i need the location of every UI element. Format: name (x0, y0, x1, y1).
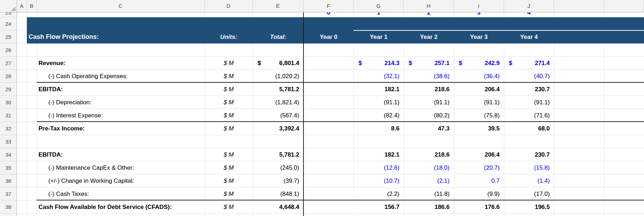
year-value-cell[interactable]: 196.5 (504, 200, 554, 214)
column-header-j[interactable]: J (504, 0, 554, 12)
units-cell[interactable]: $ M (205, 83, 253, 96)
year-value-cell[interactable]: (91.1) (454, 96, 504, 109)
year-value-cell[interactable]: $214.3 (354, 57, 404, 70)
year-value-cell[interactable]: 186.6 (404, 200, 454, 214)
units-cell[interactable]: $ M (205, 70, 253, 83)
row-header-30[interactable]: 30 (0, 96, 17, 109)
units-cell[interactable]: $ M (205, 200, 253, 214)
row-label[interactable]: Pre-Tax Income: (37, 122, 205, 135)
year-value-cell[interactable]: (91.1) (404, 96, 454, 109)
row-label[interactable]: EBITDA: (37, 83, 205, 96)
row-label[interactable]: (-) Interest Expense: (37, 109, 205, 122)
year-value-cell[interactable]: (38.6) (404, 70, 454, 83)
total-cell[interactable]: (848.1) (253, 187, 303, 200)
row-label[interactable]: (-) Cash Taxes: (37, 187, 205, 200)
column-header-h[interactable]: H (404, 0, 454, 12)
year-value-cell[interactable]: (71.6) (504, 109, 554, 122)
year-value-cell[interactable]: 182.1 (354, 83, 404, 96)
units-cell[interactable]: $ M (205, 96, 253, 109)
year-value-cell[interactable]: (75.8) (454, 109, 504, 122)
year-value-cell[interactable]: (80.2) (404, 109, 454, 122)
column-header-b[interactable]: B (27, 0, 37, 12)
year-value-cell[interactable]: 39.5 (454, 122, 504, 135)
row-header-31[interactable]: 31 (0, 109, 17, 122)
year-value-cell[interactable]: (32.1) (354, 70, 404, 83)
year-value-cell[interactable]: $242.9 (454, 57, 504, 70)
year-value-cell[interactable]: $257.1 (404, 57, 454, 70)
year-counter-cell[interactable]: 2 (404, 12, 454, 17)
units-cell[interactable]: $ M (205, 161, 253, 174)
year-value-cell[interactable]: (36.4) (454, 70, 504, 83)
column-header-clipped[interactable] (554, 0, 604, 12)
year-value-cell[interactable]: 68.0 (504, 122, 554, 135)
year-value-cell[interactable]: (17.0) (504, 187, 554, 200)
row-header-24[interactable]: 24 (0, 17, 17, 30)
year-value-cell[interactable]: 206.4 (454, 83, 504, 96)
year-value-cell[interactable]: (10.7) (354, 174, 404, 187)
year-value-cell[interactable]: (2.1) (404, 174, 454, 187)
total-cell[interactable]: 3,392.4 (253, 122, 303, 135)
year-counter-cell[interactable]: 1 (354, 12, 404, 17)
year-value-cell[interactable]: (18.0) (404, 161, 454, 174)
year-value-cell[interactable]: 8.6 (354, 122, 404, 135)
row-header-36[interactable]: 36 (0, 174, 17, 187)
year-value-cell[interactable]: 230.7 (504, 148, 554, 161)
total-cell[interactable]: 4,648.4 (253, 200, 303, 214)
column-header-clipped[interactable] (604, 0, 644, 12)
row-label[interactable]: (-) Cash Operating Expenses: (37, 70, 205, 83)
units-cell[interactable]: $ M (205, 187, 253, 200)
column-header-c[interactable]: C (37, 0, 205, 12)
row-header-25[interactable]: 25 (0, 30, 17, 43)
year-value-cell[interactable]: 218.6 (404, 148, 454, 161)
year-value-cell[interactable]: (91.1) (504, 96, 554, 109)
row-label[interactable]: Revenue: (37, 57, 205, 70)
year-value-cell[interactable]: 218.6 (404, 83, 454, 96)
row-label[interactable]: Cash Flow Available for Debt Service (CF… (37, 200, 205, 214)
year-counter-cell[interactable]: 4 (504, 12, 554, 17)
total-cell[interactable]: (245.0) (253, 161, 303, 174)
row-header-38[interactable]: 38 (0, 200, 17, 214)
year-value-cell[interactable]: (12.6) (354, 161, 404, 174)
row-header-33[interactable]: 33 (0, 135, 17, 148)
column-header-e[interactable]: E (253, 0, 303, 12)
units-cell[interactable]: $ M (205, 109, 253, 122)
year-value-cell[interactable]: (82.4) (354, 109, 404, 122)
row-header-35[interactable]: 35 (0, 161, 17, 174)
units-cell[interactable]: $ M (205, 57, 253, 70)
total-cell[interactable]: (39.7) (253, 174, 303, 187)
year-value-cell[interactable]: 0.7 (454, 174, 504, 187)
year-value-cell[interactable]: (2.2) (354, 187, 404, 200)
row-header-26[interactable]: 26 (0, 43, 17, 57)
year-value-cell[interactable]: (91.1) (354, 96, 404, 109)
year-value-cell[interactable]: (20.7) (454, 161, 504, 174)
row-header-23[interactable]: 23 (0, 12, 17, 17)
column-header-i[interactable]: I (454, 0, 504, 12)
year-value-cell[interactable]: 182.1 (354, 148, 404, 161)
select-all-corner[interactable] (0, 0, 17, 12)
year-value-cell[interactable]: (11.8) (404, 187, 454, 200)
year-value-cell[interactable]: 47.3 (404, 122, 454, 135)
column-header-d[interactable]: D (205, 0, 253, 12)
row-header-27[interactable]: 27 (0, 57, 17, 70)
row-header-28[interactable]: 28 (0, 70, 17, 83)
total-cell[interactable]: (1,020.2) (253, 70, 303, 83)
units-cell[interactable]: $ M (205, 148, 253, 161)
year-value-cell[interactable]: (9.9) (454, 187, 504, 200)
year-value-cell[interactable]: $271.4 (504, 57, 554, 70)
year-value-cell[interactable]: 206.4 (454, 148, 504, 161)
column-header-g[interactable]: G (354, 0, 404, 12)
total-cell[interactable]: (567.4) (253, 109, 303, 122)
column-header-f[interactable]: F (303, 0, 354, 12)
year-value-cell[interactable]: 176.6 (454, 200, 504, 214)
row-label[interactable]: EBITDA: (37, 148, 205, 161)
row-label[interactable]: (-) Depreciation: (37, 96, 205, 109)
total-cell[interactable]: $6,801.4 (253, 57, 303, 70)
row-header-37[interactable]: 37 (0, 187, 17, 200)
year-value-cell[interactable]: 230.7 (504, 83, 554, 96)
row-header-32[interactable]: 32 (0, 122, 17, 135)
row-header-29[interactable]: 29 (0, 83, 17, 96)
year-counter-cell[interactable]: 3 (454, 12, 504, 17)
year-value-cell[interactable]: 156.7 (354, 200, 404, 214)
year-value-cell[interactable]: (15.8) (504, 161, 554, 174)
total-cell[interactable]: (1,821.4) (253, 96, 303, 109)
